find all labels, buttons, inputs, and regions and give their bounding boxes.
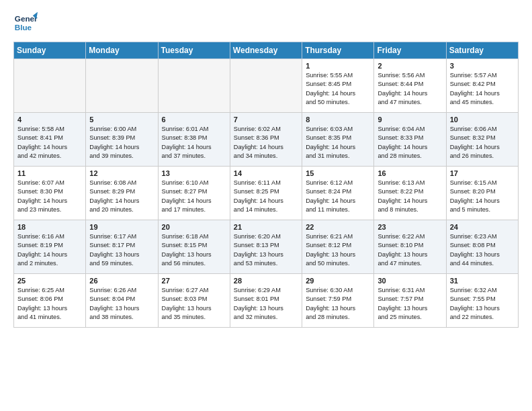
day-number: 29 [306,277,370,285]
day-info: Sunrise: 6:10 AM Sunset: 8:27 PM Dayligh… [162,179,226,214]
day-info: Sunrise: 6:23 AM Sunset: 8:08 PM Dayligh… [450,232,515,268]
day-number: 7 [234,116,298,124]
calendar-cell: 31Sunrise: 6:32 AM Sunset: 7:55 PM Dayli… [446,274,518,328]
calendar-cell: 16Sunrise: 6:13 AM Sunset: 8:22 PM Dayli… [374,167,446,220]
day-number: 11 [17,169,82,177]
day-info: Sunrise: 6:17 AM Sunset: 8:17 PM Dayligh… [89,232,154,268]
svg-text:Blue: Blue [15,23,32,32]
day-number: 4 [17,116,82,124]
calendar-cell: 8Sunrise: 6:03 AM Sunset: 8:35 PM Daylig… [302,113,374,167]
week-row-3: 11Sunrise: 6:07 AM Sunset: 8:30 PM Dayli… [14,167,519,220]
day-info: Sunrise: 5:58 AM Sunset: 8:41 PM Dayligh… [17,125,82,161]
week-row-5: 25Sunrise: 6:25 AM Sunset: 8:06 PM Dayli… [14,274,519,328]
calendar-cell: 20Sunrise: 6:18 AM Sunset: 8:15 PM Dayli… [158,220,230,274]
day-number: 30 [378,277,442,285]
day-number: 14 [234,169,298,177]
day-info: Sunrise: 6:02 AM Sunset: 8:36 PM Dayligh… [234,125,298,161]
week-row-1: 1Sunrise: 5:55 AM Sunset: 8:45 PM Daylig… [14,59,519,113]
calendar-cell: 10Sunrise: 6:06 AM Sunset: 8:32 PM Dayli… [446,113,518,167]
calendar-cell: 5Sunrise: 6:00 AM Sunset: 8:39 PM Daylig… [86,113,158,167]
day-info: Sunrise: 6:07 AM Sunset: 8:30 PM Dayligh… [17,179,82,214]
calendar-cell [230,59,302,113]
calendar-cell: 12Sunrise: 6:08 AM Sunset: 8:29 PM Dayli… [86,167,158,220]
day-info: Sunrise: 6:08 AM Sunset: 8:29 PM Dayligh… [89,179,154,214]
day-info: Sunrise: 6:03 AM Sunset: 8:35 PM Dayligh… [306,125,370,161]
day-number: 2 [378,62,442,70]
day-info: Sunrise: 6:00 AM Sunset: 8:39 PM Dayligh… [89,125,154,161]
calendar-cell: 2Sunrise: 5:56 AM Sunset: 8:44 PM Daylig… [374,59,446,113]
day-number: 27 [162,277,226,285]
calendar-cell: 24Sunrise: 6:23 AM Sunset: 8:08 PM Dayli… [446,220,518,274]
day-number: 19 [89,223,154,231]
calendar-cell: 19Sunrise: 6:17 AM Sunset: 8:17 PM Dayli… [86,220,158,274]
day-number: 20 [162,223,226,231]
page: General Blue SundayMondayTuesdayWednesda… [0,0,532,338]
day-info: Sunrise: 5:56 AM Sunset: 8:44 PM Dayligh… [378,71,442,107]
day-number: 23 [378,223,442,231]
calendar-cell: 6Sunrise: 6:01 AM Sunset: 8:38 PM Daylig… [158,113,230,167]
day-info: Sunrise: 6:32 AM Sunset: 7:55 PM Dayligh… [450,286,515,322]
calendar-cell: 26Sunrise: 6:26 AM Sunset: 8:04 PM Dayli… [86,274,158,328]
day-info: Sunrise: 6:20 AM Sunset: 8:13 PM Dayligh… [234,232,298,268]
day-number: 15 [306,169,370,177]
day-number: 18 [17,223,82,231]
day-number: 17 [450,169,515,177]
calendar-cell: 9Sunrise: 6:04 AM Sunset: 8:33 PM Daylig… [374,113,446,167]
day-info: Sunrise: 6:11 AM Sunset: 8:25 PM Dayligh… [234,179,298,214]
calendar-cell: 11Sunrise: 6:07 AM Sunset: 8:30 PM Dayli… [14,167,86,220]
weekday-header-sunday: Sunday [14,42,86,59]
day-info: Sunrise: 6:31 AM Sunset: 7:57 PM Dayligh… [378,286,442,322]
day-number: 21 [234,223,298,231]
day-number: 26 [89,277,154,285]
day-number: 9 [378,116,442,124]
calendar-table: SundayMondayTuesdayWednesdayThursdayFrid… [13,42,519,328]
calendar-cell: 29Sunrise: 6:30 AM Sunset: 7:59 PM Dayli… [302,274,374,328]
day-info: Sunrise: 6:06 AM Sunset: 8:32 PM Dayligh… [450,125,515,161]
calendar-cell: 21Sunrise: 6:20 AM Sunset: 8:13 PM Dayli… [230,220,302,274]
day-number: 24 [450,223,515,231]
day-number: 22 [306,223,370,231]
day-info: Sunrise: 6:21 AM Sunset: 8:12 PM Dayligh… [306,232,370,268]
weekday-header-monday: Monday [86,42,158,59]
day-info: Sunrise: 6:30 AM Sunset: 7:59 PM Dayligh… [306,286,370,322]
day-info: Sunrise: 6:29 AM Sunset: 8:01 PM Dayligh… [234,286,298,322]
calendar-cell [86,59,158,113]
day-info: Sunrise: 6:22 AM Sunset: 8:10 PM Dayligh… [378,232,442,268]
day-info: Sunrise: 6:27 AM Sunset: 8:03 PM Dayligh… [162,286,226,322]
day-info: Sunrise: 5:55 AM Sunset: 8:45 PM Dayligh… [306,71,370,107]
day-info: Sunrise: 6:15 AM Sunset: 8:20 PM Dayligh… [450,179,515,214]
logo-icon: General Blue [13,11,38,35]
weekday-header-thursday: Thursday [302,42,374,59]
calendar-cell [14,59,86,113]
calendar-cell: 3Sunrise: 5:57 AM Sunset: 8:42 PM Daylig… [446,59,518,113]
day-number: 13 [162,169,226,177]
day-number: 1 [306,62,370,70]
day-info: Sunrise: 6:04 AM Sunset: 8:33 PM Dayligh… [378,125,442,161]
calendar-cell: 23Sunrise: 6:22 AM Sunset: 8:10 PM Dayli… [374,220,446,274]
day-number: 5 [89,116,154,124]
day-number: 16 [378,169,442,177]
day-info: Sunrise: 6:25 AM Sunset: 8:06 PM Dayligh… [17,286,82,322]
calendar-cell: 13Sunrise: 6:10 AM Sunset: 8:27 PM Dayli… [158,167,230,220]
day-info: Sunrise: 6:26 AM Sunset: 8:04 PM Dayligh… [89,286,154,322]
day-info: Sunrise: 6:18 AM Sunset: 8:15 PM Dayligh… [162,232,226,268]
calendar-cell [158,59,230,113]
week-row-2: 4Sunrise: 5:58 AM Sunset: 8:41 PM Daylig… [14,113,519,167]
day-number: 12 [89,169,154,177]
weekday-header-saturday: Saturday [446,42,518,59]
day-number: 3 [450,62,515,70]
calendar-cell: 7Sunrise: 6:02 AM Sunset: 8:36 PM Daylig… [230,113,302,167]
calendar-cell: 4Sunrise: 5:58 AM Sunset: 8:41 PM Daylig… [14,113,86,167]
calendar-cell: 18Sunrise: 6:16 AM Sunset: 8:19 PM Dayli… [14,220,86,274]
day-number: 25 [17,277,82,285]
weekday-header-tuesday: Tuesday [158,42,230,59]
calendar-cell: 15Sunrise: 6:12 AM Sunset: 8:24 PM Dayli… [302,167,374,220]
week-row-4: 18Sunrise: 6:16 AM Sunset: 8:19 PM Dayli… [14,220,519,274]
day-info: Sunrise: 6:13 AM Sunset: 8:22 PM Dayligh… [378,179,442,214]
calendar-cell: 22Sunrise: 6:21 AM Sunset: 8:12 PM Dayli… [302,220,374,274]
day-info: Sunrise: 5:57 AM Sunset: 8:42 PM Dayligh… [450,71,515,107]
day-number: 31 [450,277,515,285]
day-number: 8 [306,116,370,124]
header: General Blue [13,11,519,35]
calendar-cell: 28Sunrise: 6:29 AM Sunset: 8:01 PM Dayli… [230,274,302,328]
